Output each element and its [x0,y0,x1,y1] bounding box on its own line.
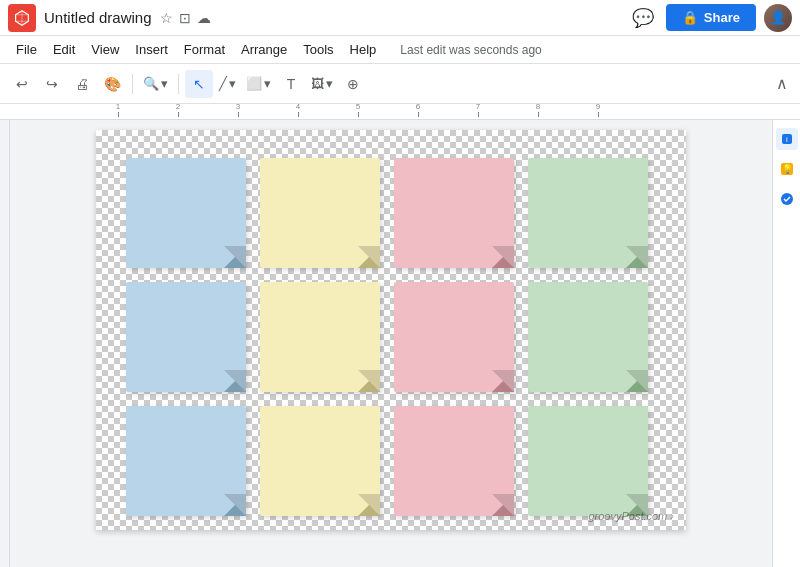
ruler-mark-3: 3 [208,104,268,117]
note-fold [358,494,380,516]
menu-edit[interactable]: Edit [45,40,83,59]
menu-insert[interactable]: Insert [127,40,176,59]
star-icon[interactable]: ☆ [160,10,173,26]
sidebar-check-icon[interactable] [776,188,798,210]
canvas-area[interactable]: groovyPost.com › [10,120,772,567]
avatar[interactable]: 👤 [764,4,792,32]
menu-help[interactable]: Help [342,40,385,59]
svg-text:💡: 💡 [781,163,793,175]
note-fold [626,246,648,268]
sticky-note[interactable] [260,158,380,268]
menu-arrange[interactable]: Arrange [233,40,295,59]
share-button[interactable]: 🔒 Share [666,4,756,31]
sticky-note[interactable] [394,282,514,392]
folder-icon[interactable]: ⊡ [179,10,191,26]
menu-view[interactable]: View [83,40,127,59]
sidebar-tips-icon[interactable]: 💡 [776,158,798,180]
note-fold [358,246,380,268]
print-button[interactable]: 🖨 [68,70,96,98]
sticky-note[interactable] [394,406,514,516]
zoom-value: ▾ [161,76,168,91]
menu-tools[interactable]: Tools [295,40,341,59]
sticky-notes-grid [106,140,668,534]
note-fold [492,370,514,392]
shape-icon: ⬜ [246,76,262,91]
undo-button[interactable]: ↩ [8,70,36,98]
title-bar: Untitled drawing ☆ ⊡ ☁ 💬 🔒 Share 👤 [0,0,800,36]
zoom-icon: 🔍 [143,76,159,91]
ruler: 1 2 3 4 5 6 7 8 9 [0,104,800,120]
main-area: groovyPost.com › i 💡 [0,120,800,567]
sticky-note[interactable] [528,158,648,268]
sticky-note[interactable] [394,158,514,268]
right-sidebar: i 💡 [772,120,800,567]
cloud-icon[interactable]: ☁ [197,10,211,26]
document-title[interactable]: Untitled drawing [44,9,152,26]
toolbar-sep-2 [178,74,179,94]
note-fold [626,370,648,392]
ruler-mark-4: 4 [268,104,328,117]
zoom-dropdown[interactable]: 🔍 ▾ [139,74,172,93]
collapse-toolbar-button[interactable]: ∧ [772,70,792,97]
sticky-note[interactable] [126,282,246,392]
sticky-note[interactable] [126,158,246,268]
sidebar-notifications-icon[interactable]: i [776,128,798,150]
sticky-note[interactable] [528,282,648,392]
lock-icon: 🔒 [682,10,698,25]
ruler-mark-6: 6 [388,104,448,117]
svg-text:i: i [786,135,788,144]
image-tool[interactable]: 🖼 ▾ [307,74,337,93]
more-button[interactable]: ⊕ [339,70,367,98]
note-fold [492,494,514,516]
sticky-note[interactable] [260,282,380,392]
menu-file[interactable]: File [8,40,45,59]
ruler-marks: 1 2 3 4 5 6 7 8 9 [88,104,628,117]
sticky-note[interactable] [528,406,648,516]
ruler-mark-1: 1 [88,104,148,117]
ruler-mark-8: 8 [508,104,568,117]
comment-button[interactable]: 💬 [628,3,658,33]
note-fold [224,246,246,268]
toolbar-sep-1 [132,74,133,94]
note-fold [358,370,380,392]
left-gutter [0,120,10,567]
toolbar: ↩ ↪ 🖨 🎨 🔍 ▾ ↖ ╱ ▾ ⬜ ▾ T 🖼 ▾ ⊕ ∧ [0,64,800,104]
sticky-note[interactable] [126,406,246,516]
sticky-note[interactable] [260,406,380,516]
redo-button[interactable]: ↪ [38,70,66,98]
select-tool[interactable]: ↖ [185,70,213,98]
menu-format[interactable]: Format [176,40,233,59]
drawing-canvas[interactable]: groovyPost.com › [96,130,686,530]
ruler-mark-5: 5 [328,104,388,117]
last-edit-status: Last edit was seconds ago [400,43,541,57]
line-tool[interactable]: ╱ ▾ [215,74,240,93]
ruler-mark-7: 7 [448,104,508,117]
shape-tool[interactable]: ⬜ ▾ [242,74,275,93]
ruler-mark-9: 9 [568,104,628,117]
image-icon: 🖼 [311,76,324,91]
avatar-image: 👤 [764,4,792,32]
app-logo[interactable] [8,4,36,32]
line-icon: ╱ [219,76,227,91]
menu-bar: File Edit View Insert Format Arrange Too… [0,36,800,64]
ruler-mark-2: 2 [148,104,208,117]
paint-format-button[interactable]: 🎨 [98,70,126,98]
watermark: groovyPost.com › [588,510,674,522]
note-fold [224,370,246,392]
text-tool[interactable]: T [277,70,305,98]
note-fold [492,246,514,268]
note-fold [224,494,246,516]
